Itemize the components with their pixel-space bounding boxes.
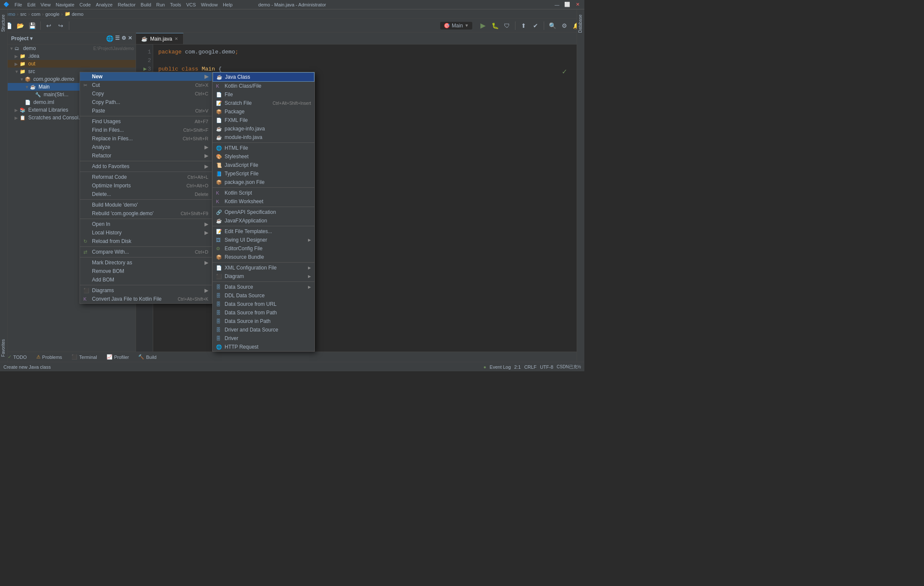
nsm-item-resource-bundle[interactable]: 📦 Resource Bundle [213,253,314,261]
vcs-commit-icon[interactable]: ✔ [531,21,540,30]
menu-navigate[interactable]: Navigate [56,2,74,7]
nsm-item-edit-templates[interactable]: 📝 Edit File Templates... [213,227,314,236]
nsm-item-js[interactable]: 📜 JavaScript File [213,161,314,169]
cm-item-build-module[interactable]: Build Module 'demo' [80,201,212,209]
cm-item-optimize[interactable]: Optimize Imports Ctrl+Alt+O [80,181,212,190]
cm-item-add-favorites[interactable]: Add to Favorites ▶ [80,162,212,171]
bottom-tab-terminal[interactable]: ⬛ Terminal [67,353,101,361]
cm-item-copy[interactable]: Copy Ctrl+C [80,89,212,98]
bc-part-2[interactable]: com [32,12,41,17]
encoding[interactable]: UTF-8 [540,364,553,370]
bc-part-4[interactable]: 📁 demo [65,11,84,17]
cm-item-find-in-files[interactable]: Find in Files... Ctrl+Shift+F [80,126,212,134]
line-ending[interactable]: CRLF [524,364,536,370]
nsm-item-diagram[interactable]: ⬛ Diagram [213,272,314,281]
cm-item-local-history[interactable]: Local History ▶ [80,228,212,237]
nsm-item-kotlin-worksheet[interactable]: K Kotlin Worksheet [213,197,314,206]
nsm-item-data-source[interactable]: 🗄 Data Source [213,283,314,291]
cm-item-refactor[interactable]: Refactor ▶ [80,151,212,160]
tab-close-icon[interactable]: ✕ [175,36,178,41]
nsm-item-driver[interactable]: 🗄 Driver [213,334,314,343]
undo-icon[interactable]: ↩ [44,21,53,30]
cm-item-analyze[interactable]: Analyze ▶ [80,143,212,151]
save-icon[interactable]: 💾 [27,21,37,30]
cm-item-cut[interactable]: ✂ Cut Ctrl+X [80,81,212,89]
nsm-item-xml-config[interactable]: 📄 XML Configuration File [213,263,314,272]
run-button[interactable]: ▶ [478,21,488,30]
menu-edit[interactable]: Edit [27,2,36,7]
tree-item-out[interactable]: ▶ 📁 out [8,60,136,68]
menu-run[interactable]: Run [156,2,165,7]
redo-icon[interactable]: ↪ [56,21,65,30]
cm-item-new[interactable]: New ▶ [80,72,212,81]
sidebar-settings-icon[interactable]: ⚙ [121,35,126,42]
cm-item-find-usages[interactable]: Find Usages Alt+F7 [80,117,212,126]
menu-vcs[interactable]: VCS [186,2,196,7]
nsm-item-package-info[interactable]: ☕ package-info.java [213,124,314,133]
nsm-item-file[interactable]: 📄 File [213,90,314,99]
cm-item-copy-path[interactable]: Copy Path... [80,98,212,107]
nsm-item-data-source-in-path[interactable]: 🗄 Data Source in Path [213,317,314,326]
bottom-tab-problems[interactable]: ⚠ Problems [32,353,66,361]
nsm-item-ts[interactable]: 📘 TypeScript File [213,169,314,178]
cm-item-add-bom[interactable]: Add BOM [80,275,212,284]
nsm-item-javafx[interactable]: ☕ JavaFXApplication [213,216,314,225]
cm-item-remove-bom[interactable]: Remove BOM [80,267,212,275]
nsm-item-openapi[interactable]: 🔗 OpenAPI Specification [213,208,314,216]
debug-button[interactable]: 🐛 [490,21,500,30]
cm-item-replace[interactable]: Replace in Files... Ctrl+Shift+R [80,134,212,143]
cm-item-diagrams[interactable]: ⬛ Diagrams ▶ [80,286,212,295]
cm-item-convert-kotlin[interactable]: K Convert Java File to Kotlin File Ctrl+… [80,295,212,303]
event-log-label[interactable]: Event Log [490,364,511,370]
menu-window[interactable]: Window [201,2,218,7]
cm-item-mark-dir[interactable]: Mark Directory as ▶ [80,258,212,267]
settings-icon[interactable]: ⚙ [560,21,569,30]
bc-part-3[interactable]: google [45,12,59,17]
favorites-tab[interactable]: Favorites [0,336,7,360]
cm-item-delete[interactable]: Delete... Delete [80,190,212,198]
cm-item-paste[interactable]: Paste Ctrl+V [80,107,212,115]
nsm-item-fxml[interactable]: 📄 FXML File [213,116,314,124]
tree-item-demo[interactable]: ▼ 🗂 demo E:\Project\Java\demo [8,44,136,52]
menu-build[interactable]: Build [141,2,151,7]
minimize-button[interactable]: — [554,2,560,7]
nsm-item-module-info[interactable]: ☕ module-info.java [213,133,314,142]
cm-item-compare[interactable]: ⇄ Compare With... Ctrl+D [80,248,212,256]
nsm-item-editorconfig[interactable]: ⚙ EditorConfig File [213,244,314,253]
nsm-item-kotlin-script[interactable]: K Kotlin Script [213,189,314,197]
menu-file[interactable]: File [15,2,22,7]
menu-code[interactable]: Code [80,2,91,7]
search-everywhere-icon[interactable]: 🔍 [548,21,557,30]
nsm-item-swing[interactable]: 🖼 Swing UI Designer [213,236,314,244]
menu-tools[interactable]: Tools [170,2,181,7]
maximize-button[interactable]: ⬜ [564,2,571,7]
nsm-item-package-json[interactable]: 📦 package.json File [213,178,314,186]
sidebar-close-icon[interactable]: ✕ [128,35,132,42]
nsm-item-html[interactable]: 🌐 HTML File [213,144,314,152]
cm-item-rebuild[interactable]: Rebuild 'com.google.demo' Ctrl+Shift+F9 [80,209,212,218]
structure-tab[interactable]: Structure [0,11,7,36]
nsm-item-stylesheet[interactable]: 🎨 Stylesheet [213,152,314,161]
run-config-dropdown[interactable]: ▼ [465,23,469,28]
database-tab[interactable]: Database [577,11,584,36]
bc-part-1[interactable]: src [20,12,27,17]
tab-main-java[interactable]: ☕ Main.java ✕ [136,33,184,44]
nsm-item-package[interactable]: 📦 Package [213,107,314,116]
nsm-item-http-request[interactable]: 🌐 HTTP Request [213,343,314,351]
menu-refactor[interactable]: Refactor [118,2,136,7]
nsm-item-scratch[interactable]: 📝 Scratch File Ctrl+Alt+Shift+Insert [213,99,314,107]
coverage-button[interactable]: 🛡 [502,21,512,30]
nsm-item-data-source-url[interactable]: 🗄 Data Source from URL [213,300,314,308]
bottom-tab-profiler[interactable]: 📈 Profiler [102,353,133,361]
bottom-tab-build[interactable]: 🔨 Build [134,353,160,361]
nsm-item-kotlin-class[interactable]: K Kotlin Class/File [213,82,314,90]
sidebar-new-icon[interactable]: 🌐 [106,35,113,42]
cm-item-open-in[interactable]: Open In ▶ [80,220,212,228]
nsm-item-ddl-data-source[interactable]: 🗄 DDL Data Source [213,291,314,300]
nsm-item-data-source-path[interactable]: 🗄 Data Source from Path [213,308,314,317]
nsm-item-java-class[interactable]: ☕ Java Class [213,72,314,82]
cm-item-reload[interactable]: ↻ Reload from Disk [80,237,212,246]
tree-item-idea[interactable]: ▶ 📁 .idea [8,52,136,60]
menu-analyze[interactable]: Analyze [96,2,113,7]
close-button[interactable]: ✕ [574,2,581,7]
